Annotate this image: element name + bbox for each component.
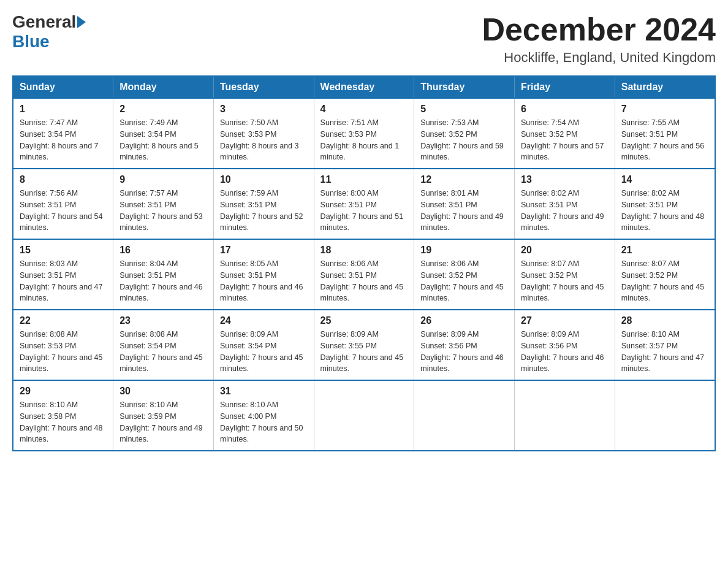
- day-number: 26: [420, 315, 508, 326]
- calendar-cell: 19 Sunrise: 8:06 AMSunset: 3:52 PMDaylig…: [414, 239, 515, 310]
- calendar-cell: [515, 380, 615, 451]
- day-info: Sunrise: 8:02 AMSunset: 3:51 PMDaylight:…: [521, 189, 604, 232]
- day-info: Sunrise: 7:53 AMSunset: 3:52 PMDaylight:…: [420, 118, 504, 161]
- col-header-wednesday: Wednesday: [314, 76, 414, 98]
- day-number: 18: [320, 245, 408, 256]
- day-number: 1: [20, 104, 107, 115]
- day-info: Sunrise: 8:02 AMSunset: 3:51 PMDaylight:…: [621, 189, 705, 232]
- logo-general-text: General: [12, 12, 76, 32]
- day-info: Sunrise: 8:04 AMSunset: 3:51 PMDaylight:…: [119, 259, 203, 302]
- day-number: 13: [521, 174, 609, 185]
- day-info: Sunrise: 8:09 AMSunset: 3:56 PMDaylight:…: [420, 330, 504, 373]
- day-number: 15: [20, 245, 107, 256]
- day-number: 27: [521, 315, 609, 326]
- col-header-thursday: Thursday: [414, 76, 515, 98]
- day-number: 10: [220, 174, 308, 185]
- day-info: Sunrise: 8:06 AMSunset: 3:52 PMDaylight:…: [420, 259, 504, 302]
- day-info: Sunrise: 7:59 AMSunset: 3:51 PMDaylight:…: [220, 189, 303, 232]
- calendar-cell: 1 Sunrise: 7:47 AMSunset: 3:54 PMDayligh…: [13, 98, 113, 169]
- calendar-cell: 30 Sunrise: 8:10 AMSunset: 3:59 PMDaylig…: [113, 380, 214, 451]
- day-info: Sunrise: 8:10 AMSunset: 4:00 PMDaylight:…: [220, 400, 303, 443]
- calendar-cell: 27 Sunrise: 8:09 AMSunset: 3:56 PMDaylig…: [515, 310, 615, 380]
- location-subtitle: Hockliffe, England, United Kingdom: [482, 50, 716, 66]
- calendar-cell: 25 Sunrise: 8:09 AMSunset: 3:55 PMDaylig…: [314, 310, 414, 380]
- calendar-cell: [414, 380, 515, 451]
- month-title: December 2024: [482, 12, 716, 47]
- logo-arrow-icon: [77, 16, 86, 28]
- day-number: 16: [119, 245, 207, 256]
- title-section: December 2024 Hockliffe, England, United…: [482, 12, 716, 66]
- calendar-cell: 24 Sunrise: 8:09 AMSunset: 3:54 PMDaylig…: [213, 310, 314, 380]
- calendar-cell: 21 Sunrise: 8:07 AMSunset: 3:52 PMDaylig…: [615, 239, 715, 310]
- day-number: 22: [20, 315, 107, 326]
- day-info: Sunrise: 7:49 AMSunset: 3:54 PMDaylight:…: [119, 118, 199, 161]
- day-number: 31: [220, 386, 308, 397]
- day-number: 3: [220, 104, 308, 115]
- day-number: 5: [420, 104, 508, 115]
- calendar-cell: 29 Sunrise: 8:10 AMSunset: 3:58 PMDaylig…: [13, 380, 113, 451]
- day-info: Sunrise: 8:10 AMSunset: 3:59 PMDaylight:…: [119, 400, 203, 443]
- day-info: Sunrise: 7:50 AMSunset: 3:53 PMDaylight:…: [220, 118, 299, 161]
- calendar-cell: 22 Sunrise: 8:08 AMSunset: 3:53 PMDaylig…: [13, 310, 113, 380]
- calendar-cell: 15 Sunrise: 8:03 AMSunset: 3:51 PMDaylig…: [13, 239, 113, 310]
- calendar-week-row-3: 15 Sunrise: 8:03 AMSunset: 3:51 PMDaylig…: [13, 239, 715, 310]
- logo-blue-text: Blue: [12, 32, 50, 51]
- calendar-table: SundayMondayTuesdayWednesdayThursdayFrid…: [12, 75, 716, 451]
- day-info: Sunrise: 8:08 AMSunset: 3:54 PMDaylight:…: [119, 330, 203, 373]
- day-number: 17: [220, 245, 308, 256]
- calendar-cell: 12 Sunrise: 8:01 AMSunset: 3:51 PMDaylig…: [414, 169, 515, 239]
- day-info: Sunrise: 7:51 AMSunset: 3:53 PMDaylight:…: [320, 118, 400, 161]
- col-header-monday: Monday: [113, 76, 214, 98]
- day-info: Sunrise: 8:01 AMSunset: 3:51 PMDaylight:…: [420, 189, 504, 232]
- col-header-sunday: Sunday: [13, 76, 113, 98]
- calendar-cell: 14 Sunrise: 8:02 AMSunset: 3:51 PMDaylig…: [615, 169, 715, 239]
- col-header-friday: Friday: [515, 76, 615, 98]
- day-info: Sunrise: 8:08 AMSunset: 3:53 PMDaylight:…: [20, 330, 103, 373]
- calendar-week-row-4: 22 Sunrise: 8:08 AMSunset: 3:53 PMDaylig…: [13, 310, 715, 380]
- day-info: Sunrise: 8:00 AMSunset: 3:51 PMDaylight:…: [320, 189, 404, 232]
- calendar-cell: 28 Sunrise: 8:10 AMSunset: 3:57 PMDaylig…: [615, 310, 715, 380]
- day-number: 24: [220, 315, 308, 326]
- day-info: Sunrise: 7:55 AMSunset: 3:51 PMDaylight:…: [621, 118, 705, 161]
- calendar-cell: 5 Sunrise: 7:53 AMSunset: 3:52 PMDayligh…: [414, 98, 515, 169]
- calendar-cell: 6 Sunrise: 7:54 AMSunset: 3:52 PMDayligh…: [515, 98, 615, 169]
- calendar-cell: 3 Sunrise: 7:50 AMSunset: 3:53 PMDayligh…: [213, 98, 314, 169]
- day-info: Sunrise: 7:54 AMSunset: 3:52 PMDaylight:…: [521, 118, 604, 161]
- day-info: Sunrise: 8:09 AMSunset: 3:55 PMDaylight:…: [320, 330, 404, 373]
- day-number: 8: [20, 174, 107, 185]
- day-info: Sunrise: 8:06 AMSunset: 3:51 PMDaylight:…: [320, 259, 404, 302]
- day-info: Sunrise: 8:07 AMSunset: 3:52 PMDaylight:…: [521, 259, 604, 302]
- day-info: Sunrise: 8:10 AMSunset: 3:57 PMDaylight:…: [621, 330, 705, 373]
- day-number: 11: [320, 174, 408, 185]
- logo: General Blue: [12, 12, 87, 52]
- day-number: 25: [320, 315, 408, 326]
- col-header-tuesday: Tuesday: [213, 76, 314, 98]
- calendar-cell: 26 Sunrise: 8:09 AMSunset: 3:56 PMDaylig…: [414, 310, 515, 380]
- calendar-cell: 31 Sunrise: 8:10 AMSunset: 4:00 PMDaylig…: [213, 380, 314, 451]
- day-number: 29: [20, 386, 107, 397]
- page-header: General Blue December 2024 Hockliffe, En…: [12, 12, 716, 66]
- calendar-week-row-5: 29 Sunrise: 8:10 AMSunset: 3:58 PMDaylig…: [13, 380, 715, 451]
- calendar-cell: 2 Sunrise: 7:49 AMSunset: 3:54 PMDayligh…: [113, 98, 214, 169]
- day-number: 23: [119, 315, 207, 326]
- day-info: Sunrise: 8:09 AMSunset: 3:56 PMDaylight:…: [521, 330, 604, 373]
- calendar-cell: 16 Sunrise: 8:04 AMSunset: 3:51 PMDaylig…: [113, 239, 214, 310]
- calendar-cell: 10 Sunrise: 7:59 AMSunset: 3:51 PMDaylig…: [213, 169, 314, 239]
- day-number: 14: [621, 174, 708, 185]
- day-info: Sunrise: 8:03 AMSunset: 3:51 PMDaylight:…: [20, 259, 103, 302]
- day-number: 28: [621, 315, 708, 326]
- day-info: Sunrise: 7:47 AMSunset: 3:54 PMDaylight:…: [20, 118, 99, 161]
- day-info: Sunrise: 7:56 AMSunset: 3:51 PMDaylight:…: [20, 189, 103, 232]
- day-number: 2: [119, 104, 207, 115]
- calendar-week-row-2: 8 Sunrise: 7:56 AMSunset: 3:51 PMDayligh…: [13, 169, 715, 239]
- col-header-saturday: Saturday: [615, 76, 715, 98]
- calendar-cell: 20 Sunrise: 8:07 AMSunset: 3:52 PMDaylig…: [515, 239, 615, 310]
- calendar-cell: 18 Sunrise: 8:06 AMSunset: 3:51 PMDaylig…: [314, 239, 414, 310]
- calendar-cell: 8 Sunrise: 7:56 AMSunset: 3:51 PMDayligh…: [13, 169, 113, 239]
- day-number: 6: [521, 104, 609, 115]
- day-number: 30: [119, 386, 207, 397]
- day-number: 19: [420, 245, 508, 256]
- calendar-cell: 23 Sunrise: 8:08 AMSunset: 3:54 PMDaylig…: [113, 310, 214, 380]
- calendar-cell: [615, 380, 715, 451]
- calendar-cell: 13 Sunrise: 8:02 AMSunset: 3:51 PMDaylig…: [515, 169, 615, 239]
